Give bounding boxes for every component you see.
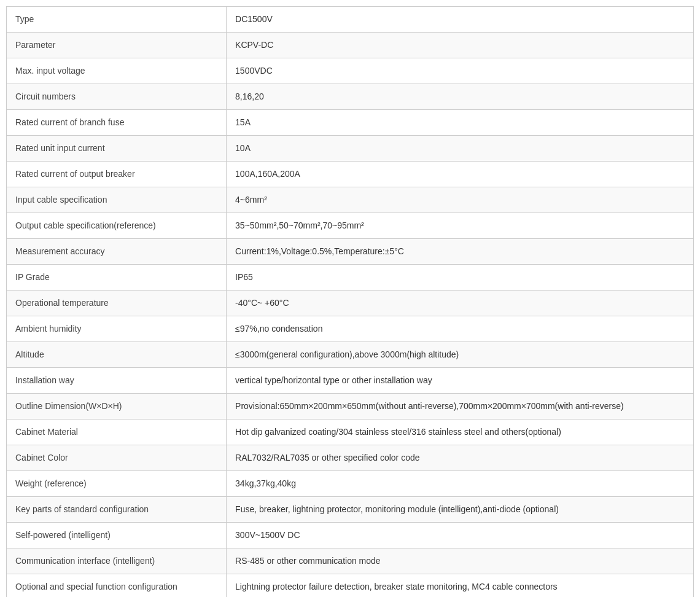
table-row: Ambient humidity≤97%,no condensation: [7, 316, 694, 342]
row-label: IP Grade: [7, 265, 227, 291]
row-label: Cabinet Color: [7, 445, 227, 471]
table-row: Output cable specification(reference)35~…: [7, 213, 694, 239]
table-row: Optional and special function configurat…: [7, 574, 694, 598]
row-value: 1500VDC: [227, 58, 694, 84]
row-value: 15A: [227, 110, 694, 136]
table-row: Rated current of branch fuse15A: [7, 110, 694, 136]
table-row: Measurement accuracyCurrent:1%,Voltage:0…: [7, 239, 694, 265]
row-label: Rated current of branch fuse: [7, 110, 227, 136]
row-value: 35~50mm²,50~70mm²,70~95mm²: [227, 213, 694, 239]
table-row: Rated unit input current10A: [7, 136, 694, 162]
row-label: Circuit numbers: [7, 84, 227, 110]
table-row: Rated current of output breaker100A,160A…: [7, 162, 694, 187]
row-value: Fuse, breaker, lightning protector, moni…: [227, 497, 694, 523]
table-row: Circuit numbers8,16,20: [7, 84, 694, 110]
row-label: Optional and special function configurat…: [7, 574, 227, 598]
row-value: Hot dip galvanized coating/304 stainless…: [227, 419, 694, 445]
row-label: Communication interface (intelligent): [7, 548, 227, 574]
table-row: Self-powered (intelligent)300V~1500V DC: [7, 523, 694, 548]
table-row: Key parts of standard configurationFuse,…: [7, 497, 694, 523]
table-row: Max. input voltage1500VDC: [7, 58, 694, 84]
row-value: vertical type/horizontal type or other i…: [227, 368, 694, 394]
row-value: 4~6mm²: [227, 187, 694, 213]
row-label: Measurement accuracy: [7, 239, 227, 265]
row-label: Output cable specification(reference): [7, 213, 227, 239]
row-label: Key parts of standard configuration: [7, 497, 227, 523]
table-row: ParameterKCPV-DC: [7, 33, 694, 58]
table-row: Weight (reference)34kg,37kg,40kg: [7, 471, 694, 497]
specs-table: TypeDC1500VParameterKCPV-DCMax. input vo…: [6, 6, 694, 597]
table-row: Cabinet MaterialHot dip galvanized coati…: [7, 419, 694, 445]
row-value: 34kg,37kg,40kg: [227, 471, 694, 497]
row-value: 8,16,20: [227, 84, 694, 110]
row-label: Max. input voltage: [7, 58, 227, 84]
row-value: DC1500V: [227, 7, 694, 33]
table-row: Altitude≤3000m(general configuration),ab…: [7, 342, 694, 368]
table-row: TypeDC1500V: [7, 7, 694, 33]
row-value: ≤3000m(general configuration),above 3000…: [227, 342, 694, 368]
row-value: Lightning protector failure detection, b…: [227, 574, 694, 598]
row-value: 300V~1500V DC: [227, 523, 694, 548]
row-value: 100A,160A,200A: [227, 162, 694, 187]
table-row: Input cable specification4~6mm²: [7, 187, 694, 213]
row-value: -40°C~ +60°C: [227, 291, 694, 316]
row-label: Parameter: [7, 33, 227, 58]
row-label: Self-powered (intelligent): [7, 523, 227, 548]
table-row: Operational temperature-40°C~ +60°C: [7, 291, 694, 316]
table-row: Installation wayvertical type/horizontal…: [7, 368, 694, 394]
row-label: Outline Dimension(W×D×H): [7, 394, 227, 419]
table-row: Communication interface (intelligent)RS-…: [7, 548, 694, 574]
row-value: RAL7032/RAL7035 or other specified color…: [227, 445, 694, 471]
row-label: Rated current of output breaker: [7, 162, 227, 187]
row-value: 10A: [227, 136, 694, 162]
row-value: Current:1%,Voltage:0.5%,Temperature:±5°C: [227, 239, 694, 265]
row-value: RS-485 or other communication mode: [227, 548, 694, 574]
row-value: IP65: [227, 265, 694, 291]
table-row: IP GradeIP65: [7, 265, 694, 291]
table-row: Outline Dimension(W×D×H)Provisional:650m…: [7, 394, 694, 419]
row-value: ≤97%,no condensation: [227, 316, 694, 342]
row-label: Rated unit input current: [7, 136, 227, 162]
row-label: Input cable specification: [7, 187, 227, 213]
row-value: KCPV-DC: [227, 33, 694, 58]
table-row: Cabinet ColorRAL7032/RAL7035 or other sp…: [7, 445, 694, 471]
row-label: Altitude: [7, 342, 227, 368]
row-label: Operational temperature: [7, 291, 227, 316]
row-label: Weight (reference): [7, 471, 227, 497]
row-label: Installation way: [7, 368, 227, 394]
row-label: Type: [7, 7, 227, 33]
row-label: Cabinet Material: [7, 419, 227, 445]
row-label: Ambient humidity: [7, 316, 227, 342]
row-value: Provisional:650mm×200mm×650mm(without an…: [227, 394, 694, 419]
